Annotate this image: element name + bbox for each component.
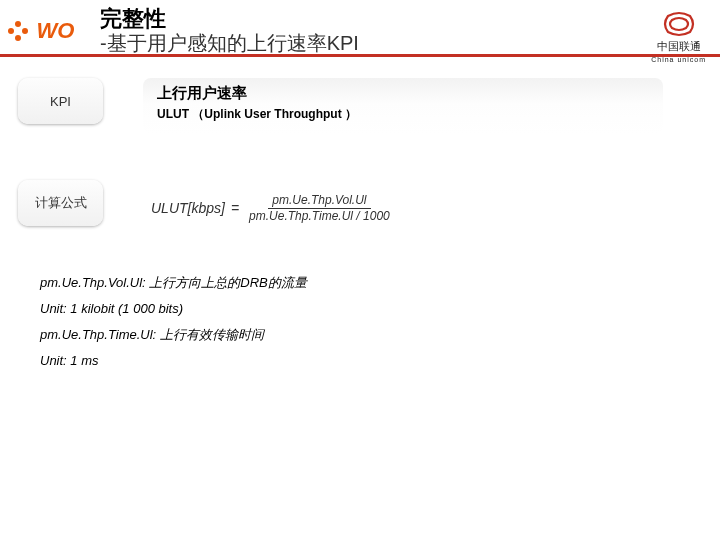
china-unicom-logo: 中国联通 China unicom xyxy=(651,10,706,64)
formula-row: 计算公式 ULUT[kbps] = pm.Ue.Thp.Vol.Ul pm.Ue… xyxy=(18,180,720,236)
svg-point-1 xyxy=(22,28,28,34)
formula-numerator: pm.Ue.Thp.Vol.Ul xyxy=(268,193,370,208)
formula-lhs: ULUT[kbps] xyxy=(151,200,225,216)
formula-fraction: pm.Ue.Thp.Vol.Ul pm.Ue.Thp.Time.Ul / 100… xyxy=(245,193,394,223)
unicom-knot-icon xyxy=(658,10,700,38)
formula-label: 计算公式 xyxy=(18,180,103,226)
kpi-content: 上行用户速率 ULUT （Uplink User Throughput ） xyxy=(143,78,663,134)
unicom-name-en: China unicom xyxy=(651,56,706,63)
equals-sign: = xyxy=(231,200,239,216)
page-subtitle: -基于用户感知的上行速率KPI xyxy=(100,30,720,57)
wo-flower-icon xyxy=(6,19,30,43)
svg-point-2 xyxy=(15,35,21,41)
formula-denominator: pm.Ue.Thp.Time.Ul / 1000 xyxy=(245,209,394,223)
svg-point-0 xyxy=(15,21,21,27)
def-line-3: pm.Ue.Thp.Time.Ul: 上行有效传输时间 xyxy=(40,322,720,348)
def-line-1: pm.Ue.Thp.Vol.Ul: 上行方向上总的DRB的流量 xyxy=(40,270,720,296)
def-line-4: Unit: 1 ms xyxy=(40,348,720,374)
unicom-name-cn: 中国联通 xyxy=(651,39,706,54)
def-line-2: Unit: 1 kilobit (1 000 bits) xyxy=(40,296,720,322)
wo-logo-text: WO xyxy=(36,18,74,44)
svg-point-4 xyxy=(16,29,21,34)
formula-content: ULUT[kbps] = pm.Ue.Thp.Vol.Ul pm.Ue.Thp.… xyxy=(143,180,663,236)
slide-header: WO 完整性 -基于用户感知的上行速率KPI 中国联通 China unicom xyxy=(0,0,720,60)
kpi-row: KPI 上行用户速率 ULUT （Uplink User Throughput … xyxy=(18,78,720,134)
wo-logo: WO xyxy=(6,18,86,48)
kpi-name-cn: 上行用户速率 xyxy=(157,84,649,103)
svg-point-3 xyxy=(8,28,14,34)
header-divider xyxy=(0,54,720,57)
formula-expression: ULUT[kbps] = pm.Ue.Thp.Vol.Ul pm.Ue.Thp.… xyxy=(151,193,394,223)
kpi-label: KPI xyxy=(18,78,103,124)
kpi-name-en: ULUT （Uplink User Throughput ） xyxy=(157,106,649,123)
definitions-block: pm.Ue.Thp.Vol.Ul: 上行方向上总的DRB的流量 Unit: 1 … xyxy=(40,270,720,374)
